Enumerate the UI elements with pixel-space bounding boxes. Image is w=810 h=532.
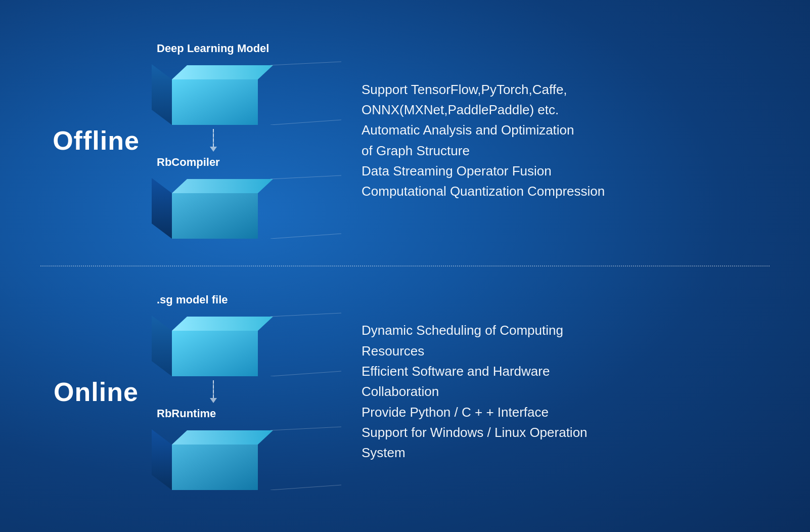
svg-marker-6 [172,179,273,193]
svg-marker-0 [172,79,258,125]
svg-line-4 [271,120,341,125]
svg-line-14 [271,371,341,376]
online-description: Dynamic Scheduling of Computing Resource… [341,310,770,473]
offline-desc-text: Support TensorFlow,PyTorch,Caffe, ONNX(M… [362,79,749,202]
section-divider [40,265,770,267]
svg-line-9 [271,234,341,239]
online-desc-1: Resources [362,343,424,359]
svg-marker-10 [172,331,258,376]
online-desc-text: Dynamic Scheduling of Computing Resource… [362,320,749,463]
online-desc-6: System [362,445,406,460]
deep-learning-box [152,59,273,125]
offline-description: Support TensorFlow,PyTorch,Caffe, ONNX(M… [341,69,770,212]
main-container: Offline Deep Learning Model [0,0,810,532]
rbcompiler-label: RbCompiler [157,156,220,169]
svg-line-18 [271,427,341,430]
offline-label: Offline [40,125,152,156]
offline-boxes: Deep Learning Model [152,37,341,244]
online-lines-top [271,311,341,376]
svg-line-3 [271,62,341,65]
sg-model-label: .sg model file [157,293,228,306]
svg-marker-15 [172,445,258,490]
online-section: Online .sg model file [40,277,770,502]
online-label: Online [40,377,152,407]
online-desc-0: Dynamic Scheduling of Computing [362,323,563,338]
offline-lines-top [271,59,341,125]
online-connector [210,380,217,403]
offline-desc-0: Support TensorFlow,PyTorch,Caffe, [362,82,567,97]
svg-line-13 [271,313,341,317]
offline-connector [210,129,217,152]
rbruntime-label: RbRuntime [157,407,216,420]
svg-marker-2 [152,64,172,125]
online-boxes: .sg model file [152,288,341,495]
svg-line-8 [271,175,341,179]
deep-learning-label: Deep Learning Model [157,42,269,55]
offline-lines-bottom [271,173,341,239]
svg-marker-17 [152,429,172,490]
offline-desc-5: Computational Quantization Compression [362,184,605,199]
online-desc-5: Support for Windows / Linux Operation [362,425,588,440]
rbruntime-box [152,424,273,490]
offline-desc-2: Automatic Analysis and Optimization [362,122,574,138]
online-lines-bottom [271,424,341,490]
sg-model-box [152,311,273,376]
svg-marker-5 [172,193,258,239]
offline-desc-1: ONNX(MXNet,PaddlePaddle) etc. [362,102,559,117]
svg-marker-7 [152,178,172,239]
offline-section: Offline Deep Learning Model [40,30,770,260]
svg-marker-1 [172,65,273,79]
rbcompiler-box [152,173,273,239]
offline-desc-4: Data Streaming Operator Fusion [362,163,552,179]
svg-marker-11 [172,317,273,331]
svg-line-19 [271,485,341,490]
online-desc-3: Collaboration [362,384,439,399]
svg-marker-16 [172,430,273,445]
online-desc-2: Efficient Software and Hardware [362,364,550,379]
svg-marker-12 [152,316,172,376]
online-desc-4: Provide Python / C + + Interface [362,405,549,420]
offline-desc-3: of Graph Structure [362,143,470,158]
